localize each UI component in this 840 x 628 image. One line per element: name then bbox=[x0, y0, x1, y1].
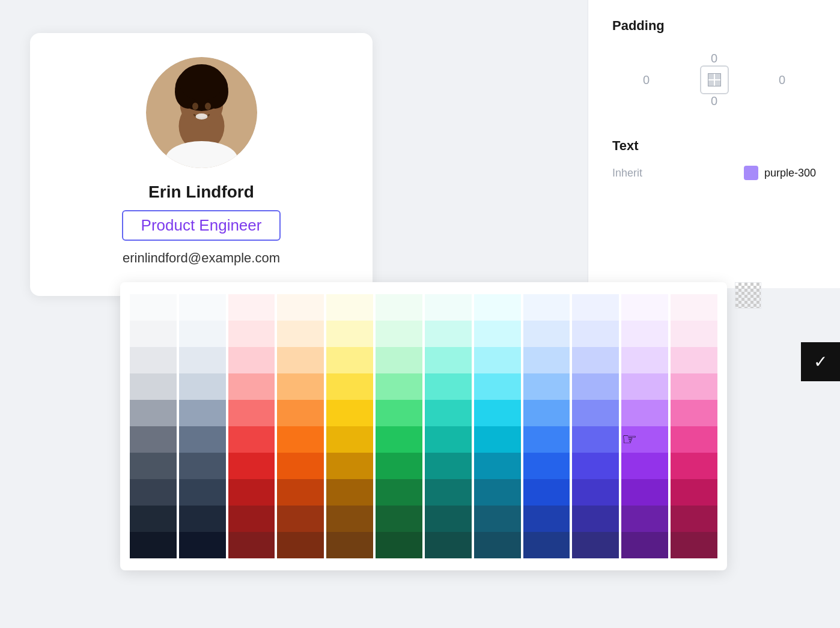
color-swatch[interactable] bbox=[621, 453, 668, 479]
color-swatch[interactable] bbox=[671, 373, 717, 400]
color-swatch[interactable] bbox=[326, 321, 373, 347]
color-swatch[interactable] bbox=[130, 347, 177, 373]
color-swatch[interactable] bbox=[474, 294, 521, 321]
color-swatch[interactable] bbox=[474, 347, 521, 373]
color-swatch[interactable] bbox=[130, 400, 177, 426]
color-swatch[interactable] bbox=[474, 321, 521, 347]
color-swatch[interactable] bbox=[621, 426, 668, 453]
color-swatch[interactable] bbox=[277, 400, 324, 426]
color-swatch[interactable] bbox=[228, 506, 275, 532]
color-picker[interactable] bbox=[120, 282, 727, 570]
color-swatch[interactable] bbox=[130, 321, 177, 347]
color-swatch[interactable] bbox=[572, 400, 619, 426]
color-swatch[interactable] bbox=[425, 479, 472, 506]
color-swatch[interactable] bbox=[326, 506, 373, 532]
padding-top[interactable]: 0 bbox=[711, 52, 717, 65]
color-swatch[interactable] bbox=[326, 532, 373, 558]
color-swatch[interactable] bbox=[523, 347, 570, 373]
color-swatch[interactable] bbox=[671, 453, 717, 479]
color-swatch[interactable] bbox=[621, 347, 668, 373]
color-swatch[interactable] bbox=[425, 294, 472, 321]
color-swatch[interactable] bbox=[376, 453, 422, 479]
color-swatch[interactable] bbox=[572, 426, 619, 453]
color-swatch[interactable] bbox=[621, 532, 668, 558]
color-swatch[interactable] bbox=[425, 532, 472, 558]
color-swatch[interactable] bbox=[326, 400, 373, 426]
color-swatch[interactable] bbox=[474, 479, 521, 506]
color-swatch[interactable] bbox=[179, 400, 226, 426]
padding-left[interactable]: 0 bbox=[643, 73, 650, 87]
color-swatch[interactable] bbox=[671, 294, 717, 321]
color-swatch[interactable] bbox=[621, 373, 668, 400]
color-swatch[interactable] bbox=[228, 400, 275, 426]
color-swatch[interactable] bbox=[179, 479, 226, 506]
color-swatch[interactable] bbox=[179, 321, 226, 347]
color-swatch[interactable] bbox=[621, 321, 668, 347]
color-swatch[interactable] bbox=[376, 347, 422, 373]
color-swatch[interactable] bbox=[425, 321, 472, 347]
color-swatch[interactable] bbox=[572, 506, 619, 532]
color-swatch[interactable] bbox=[474, 453, 521, 479]
color-swatch[interactable] bbox=[277, 294, 324, 321]
color-swatch[interactable] bbox=[179, 294, 226, 321]
color-swatch[interactable] bbox=[376, 294, 422, 321]
color-swatch[interactable] bbox=[326, 479, 373, 506]
transparent-swatch[interactable] bbox=[735, 282, 761, 309]
color-swatch[interactable] bbox=[572, 373, 619, 400]
color-swatch[interactable] bbox=[326, 373, 373, 400]
color-swatch[interactable] bbox=[179, 347, 226, 373]
color-swatch[interactable] bbox=[425, 453, 472, 479]
color-swatch[interactable] bbox=[671, 321, 717, 347]
color-swatch[interactable] bbox=[130, 294, 177, 321]
color-swatch[interactable] bbox=[277, 321, 324, 347]
color-swatch[interactable] bbox=[572, 294, 619, 321]
color-swatch[interactable] bbox=[277, 532, 324, 558]
color-swatch[interactable] bbox=[179, 532, 226, 558]
color-swatch[interactable] bbox=[474, 373, 521, 400]
color-swatch[interactable] bbox=[474, 400, 521, 426]
color-swatch[interactable] bbox=[523, 479, 570, 506]
color-swatch[interactable] bbox=[326, 347, 373, 373]
color-swatch[interactable] bbox=[376, 400, 422, 426]
color-swatch[interactable] bbox=[277, 426, 324, 453]
color-swatch[interactable] bbox=[671, 426, 717, 453]
color-swatch[interactable] bbox=[326, 426, 373, 453]
color-swatch[interactable] bbox=[523, 506, 570, 532]
color-swatch[interactable] bbox=[376, 373, 422, 400]
color-swatch[interactable] bbox=[425, 506, 472, 532]
color-swatch[interactable] bbox=[326, 453, 373, 479]
padding-bottom[interactable]: 0 bbox=[711, 94, 717, 108]
color-swatch[interactable] bbox=[425, 373, 472, 400]
color-swatch[interactable] bbox=[572, 347, 619, 373]
color-swatch[interactable] bbox=[523, 400, 570, 426]
color-swatch[interactable] bbox=[621, 506, 668, 532]
color-swatch[interactable] bbox=[474, 532, 521, 558]
color-swatch[interactable] bbox=[523, 373, 570, 400]
color-swatch[interactable] bbox=[179, 373, 226, 400]
color-swatch[interactable] bbox=[228, 479, 275, 506]
color-swatch[interactable] bbox=[474, 426, 521, 453]
color-swatch[interactable] bbox=[130, 479, 177, 506]
color-chip-wrapper[interactable]: purple-300 bbox=[744, 166, 816, 180]
color-swatch[interactable] bbox=[425, 426, 472, 453]
color-swatch[interactable] bbox=[621, 479, 668, 506]
color-swatch[interactable] bbox=[130, 373, 177, 400]
color-swatch[interactable] bbox=[130, 453, 177, 479]
color-swatch[interactable] bbox=[277, 347, 324, 373]
color-swatch[interactable] bbox=[621, 400, 668, 426]
color-swatch[interactable] bbox=[523, 321, 570, 347]
color-swatch[interactable] bbox=[277, 506, 324, 532]
color-swatch[interactable] bbox=[228, 532, 275, 558]
color-swatch[interactable] bbox=[228, 453, 275, 479]
color-swatch[interactable] bbox=[425, 400, 472, 426]
color-swatch[interactable] bbox=[179, 453, 226, 479]
color-swatch[interactable] bbox=[130, 426, 177, 453]
color-swatch[interactable] bbox=[376, 426, 422, 453]
color-swatch[interactable] bbox=[671, 506, 717, 532]
color-swatch[interactable] bbox=[671, 532, 717, 558]
color-swatch[interactable] bbox=[523, 532, 570, 558]
color-swatch[interactable] bbox=[277, 373, 324, 400]
color-swatch[interactable] bbox=[228, 321, 275, 347]
color-swatch[interactable] bbox=[179, 426, 226, 453]
color-swatch[interactable] bbox=[277, 453, 324, 479]
